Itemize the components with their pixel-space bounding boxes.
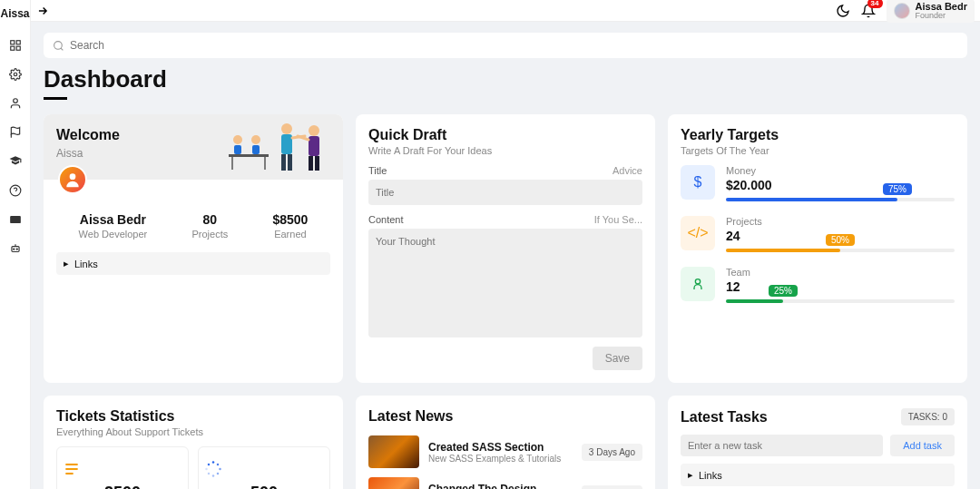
svg-point-14: [54, 41, 63, 49]
stat-label: Web Developer: [79, 229, 148, 240]
expand-sidebar-icon[interactable]: [36, 5, 49, 17]
draft-title-input[interactable]: [368, 180, 642, 205]
search-input[interactable]: [70, 39, 958, 52]
search-bar[interactable]: [44, 33, 967, 58]
news-item-title: Created SASS Section: [428, 441, 573, 454]
svg-point-21: [251, 135, 260, 144]
targets-title: Yearly Targets: [681, 127, 955, 143]
news-thumb: [368, 435, 419, 468]
notifications-badge: 34: [867, 0, 883, 8]
user-chip[interactable]: Aissa Bedr Founder: [887, 0, 975, 23]
welcome-illustration: [225, 120, 334, 174]
yearly-targets-card: Yearly Targets Targets Of The Year $ Mon…: [668, 114, 967, 383]
svg-rect-20: [234, 145, 241, 154]
svg-rect-25: [281, 154, 286, 171]
svg-point-42: [212, 474, 215, 477]
svg-point-44: [205, 468, 208, 471]
welcome-stat: 80 Projects: [191, 212, 228, 240]
svg-rect-1: [16, 41, 20, 44]
dark-mode-icon[interactable]: [836, 4, 850, 18]
title-underline: [44, 97, 67, 100]
topbar: 34 Aissa Bedr Founder: [31, 0, 980, 22]
save-button[interactable]: Save: [593, 347, 642, 370]
settings-icon[interactable]: [8, 67, 23, 82]
draft-content-label: Content: [368, 214, 404, 225]
help-icon[interactable]: [8, 183, 23, 198]
svg-point-4: [14, 73, 17, 76]
target-item: </> Projects 24 50%: [681, 216, 955, 252]
graduation-icon[interactable]: [8, 154, 23, 169]
welcome-card: Welcome Aissa: [44, 114, 343, 383]
brand: Aissa: [0, 7, 29, 20]
dashboard-icon[interactable]: [8, 38, 23, 53]
svg-point-39: [217, 464, 220, 466]
svg-point-12: [16, 249, 17, 249]
target-pct: 25%: [769, 285, 798, 297]
stat-value: Aissa Bedr: [79, 212, 148, 227]
bot-icon[interactable]: [8, 241, 23, 256]
draft-title-label: Title: [368, 165, 387, 176]
svg-point-40: [219, 468, 221, 471]
list-icon: [63, 460, 182, 478]
svg-line-32: [298, 136, 309, 140]
svg-point-41: [217, 473, 220, 475]
latest-news-card: Latest News Created SASS Section New SAS…: [356, 396, 655, 489]
ticket-value: 2500: [63, 484, 182, 489]
tickets-card: Tickets Statistics Everything About Supp…: [44, 396, 343, 489]
caret-right-icon: ▸: [64, 258, 69, 269]
links-label: Links: [699, 470, 722, 481]
avatar-large: [58, 165, 87, 194]
links-label: Links: [74, 259, 98, 269]
tickets-subtitle: Everything About Support Tickets: [56, 426, 330, 437]
news-item-title: Changed The Design: [428, 483, 573, 490]
ticket-value: 500: [204, 484, 324, 489]
user-icon[interactable]: [8, 96, 23, 111]
target-label: Team: [726, 267, 955, 278]
draft-content-hint: If You Se...: [594, 214, 642, 225]
welcome-stat: $8500 Earned: [272, 212, 308, 240]
svg-point-43: [208, 473, 211, 475]
user-name: Aissa Bedr: [916, 1, 967, 12]
target-value: $20.000: [726, 178, 955, 192]
svg-point-45: [208, 464, 211, 466]
svg-line-15: [61, 48, 63, 50]
user-role: Founder: [916, 12, 967, 21]
add-task-button[interactable]: Add task: [890, 435, 955, 456]
svg-rect-3: [16, 46, 20, 50]
progress-bar: 25%: [726, 299, 955, 303]
svg-rect-16: [229, 154, 269, 157]
tickets-title: Tickets Statistics: [56, 408, 330, 425]
svg-point-11: [13, 249, 14, 249]
ticket-box: 500 Pending: [198, 446, 330, 489]
card-icon[interactable]: [8, 212, 23, 227]
target-label: Money: [726, 165, 955, 176]
draft-title-hint: Advice: [612, 165, 642, 176]
stat-value: 80: [191, 212, 228, 227]
stat-label: Projects: [191, 229, 228, 240]
search-icon: [53, 40, 64, 52]
targets-subtitle: Targets Of The Year: [681, 145, 955, 156]
flag-icon[interactable]: [8, 125, 23, 140]
welcome-links[interactable]: ▸ Links: [56, 252, 330, 275]
stat-value: $8500: [272, 212, 308, 227]
progress-bar: 75%: [726, 198, 955, 201]
svg-rect-29: [309, 136, 319, 156]
notifications-icon[interactable]: 34: [861, 4, 876, 18]
progress-bar: 50%: [726, 249, 955, 252]
tasks-title: Latest Tasks: [681, 409, 768, 425]
task-input[interactable]: [681, 435, 883, 456]
stat-label: Earned: [272, 229, 308, 240]
svg-rect-2: [10, 46, 14, 50]
target-value: 12: [726, 279, 955, 294]
news-item[interactable]: Created SASS Section New SASS Examples &…: [368, 435, 642, 468]
news-item[interactable]: Changed The Design A Brand New Website D…: [368, 477, 642, 489]
dollar-icon: $: [681, 165, 715, 200]
draft-content-input[interactable]: [368, 229, 642, 337]
target-item: Team 12 25%: [681, 267, 955, 303]
svg-rect-26: [288, 154, 292, 171]
quick-draft-card: Quick Draft Write A Draft For Your Ideas…: [356, 114, 655, 383]
news-item-time: 3 Days Ago: [582, 444, 642, 461]
svg-rect-24: [281, 134, 292, 154]
tasks-links[interactable]: ▸ Links: [681, 464, 955, 486]
tasks-count: TASKS: 0: [901, 408, 955, 425]
